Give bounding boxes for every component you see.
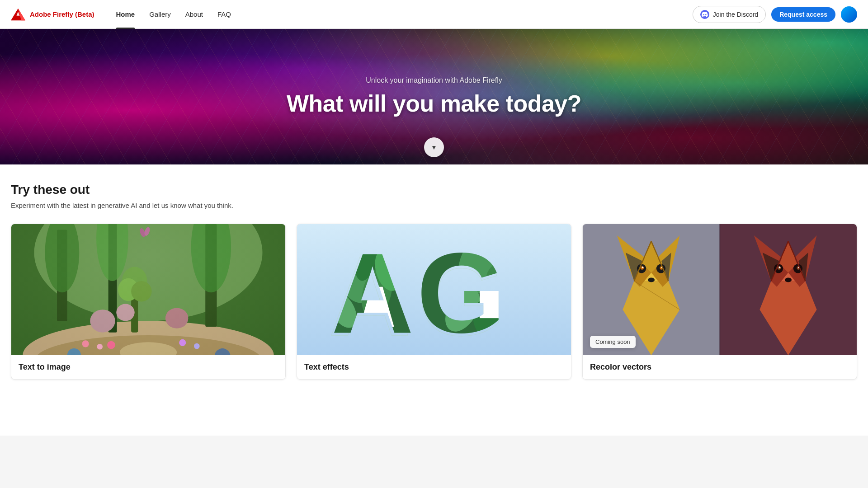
brand-name: Adobe Firefly (Beta) (30, 10, 94, 18)
hero-scroll-button[interactable] (424, 137, 444, 157)
coming-soon-badge: Coming soon (590, 336, 636, 348)
card-title-recolor-vectors: Recolor vectors (590, 362, 849, 372)
hero-banner: Unlock your imagination with Adobe Firef… (0, 29, 868, 164)
hero-subtitle: Unlock your imagination with Adobe Firef… (366, 76, 502, 84)
card-body-recolor-vectors: Recolor vectors (583, 355, 857, 379)
svg-point-88 (785, 277, 792, 282)
svg-point-67 (642, 267, 644, 268)
card-body-text-to-image: Text to image (11, 355, 285, 379)
brand-logo[interactable]: Adobe Firefly (Beta) (11, 8, 94, 21)
section-description: Experiment with the latest in generative… (11, 202, 857, 209)
card-title-text-effects: Text effects (304, 362, 564, 372)
card-title-text-to-image: Text to image (19, 362, 278, 372)
card-image-vectors: Coming soon (583, 224, 857, 355)
svg-rect-30 (11, 224, 285, 355)
main-content: Try these out Experiment with the latest… (0, 164, 868, 436)
discord-label: Join the Discord (713, 11, 758, 18)
card-image-forest (11, 224, 285, 355)
request-access-button[interactable]: Request access (771, 7, 835, 22)
card-image-text-effects: A G A (297, 224, 571, 355)
svg-point-69 (648, 277, 655, 282)
discord-icon (700, 10, 709, 19)
svg-point-86 (779, 267, 781, 268)
cards-grid: Text to image A G (11, 224, 857, 380)
card-body-text-effects: Text effects (297, 355, 571, 379)
svg-point-49 (454, 333, 494, 355)
hero-title: What will you make today? (287, 90, 581, 117)
nav-faq[interactable]: FAQ (210, 0, 238, 29)
nav-gallery[interactable]: Gallery (142, 0, 178, 29)
card-text-effects[interactable]: A G A (297, 224, 571, 380)
navbar-actions: Join the Discord Request access (693, 6, 857, 23)
section-title: Try these out (11, 183, 857, 197)
card-recolor-vectors[interactable]: Coming soon Recolor vectors (582, 224, 857, 380)
navbar: Adobe Firefly (Beta) Home Gallery About … (0, 0, 868, 29)
discord-button[interactable]: Join the Discord (693, 6, 766, 23)
nav-about[interactable]: About (178, 0, 210, 29)
nav-home[interactable]: Home (109, 0, 142, 29)
adobe-logo-icon (11, 8, 25, 21)
svg-rect-53 (719, 224, 721, 355)
user-avatar[interactable] (841, 6, 857, 23)
card-text-to-image[interactable]: Text to image (11, 224, 286, 380)
main-nav: Home Gallery About FAQ (109, 0, 693, 29)
